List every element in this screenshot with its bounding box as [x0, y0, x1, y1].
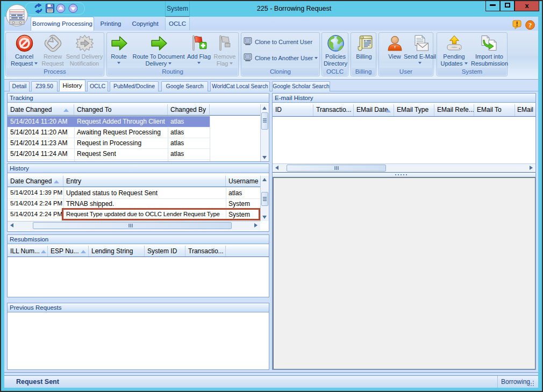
svg-text:?: ?	[528, 22, 532, 29]
